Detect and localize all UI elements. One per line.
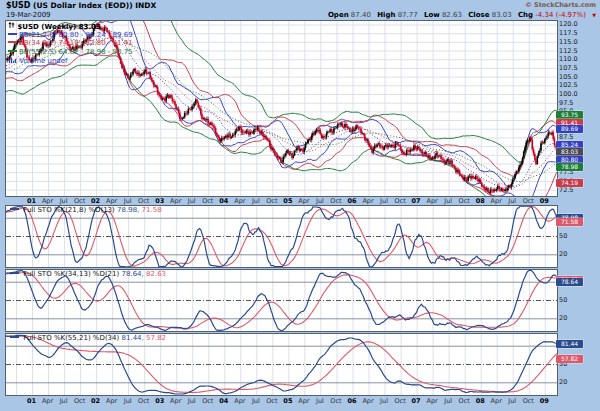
x-axis-year-label: 03 (155, 397, 164, 405)
x-axis-year-label: 08 (476, 197, 485, 205)
price-legend-row: $USD (Weekly) 83.03 (8, 21, 133, 31)
x-axis-month-label: Apr (426, 197, 437, 205)
x-axis-month-label: Oct (202, 397, 213, 405)
stochastic-3-legend: Full STO %K(55,21) %D(34) 81.44, 57.82 (10, 334, 166, 342)
x-axis-month-label: Apr (106, 197, 117, 205)
chg-label: Chg (518, 11, 533, 19)
stochastic-panel-3 (5, 333, 558, 396)
x-axis-year-label: 04 (219, 197, 228, 205)
stochastic-panel-3-canvas (6, 334, 557, 395)
high-label: High (377, 11, 395, 19)
sto2-line-swatch (10, 272, 19, 274)
stockcharts-usd-weekly-chart: $USD (US Dollar Index (EOD)) INDX © Stoc… (0, 0, 600, 411)
x-axis-month-label: Oct (266, 397, 277, 405)
x-axis-month-label: Jul (124, 397, 132, 405)
quote-bar: 19-Mar-2009 Open 87.40 High 87.77 Low 82… (6, 11, 596, 19)
stochastic-panel-2 (5, 269, 558, 332)
panel-y-tick: 50 (559, 296, 567, 304)
y-axis-tick: 100.0 (559, 90, 578, 98)
x-axis-month-label: Oct (394, 397, 405, 405)
sto3-legend-text: Full STO %K(55,21) %D(34) (23, 334, 119, 342)
x-axis-month-label: Apr (170, 397, 181, 405)
stochastic-panel-2-canvas (6, 270, 557, 331)
y-axis-tick: 110.0 (559, 55, 578, 63)
x-axis-month-label: Oct (74, 397, 85, 405)
x-axis-month-label: Jul (316, 397, 324, 405)
y-axis-tick: 115.0 (559, 38, 578, 46)
x-axis-year-label: 05 (283, 197, 292, 205)
x-axis-month-label: Jul (60, 197, 68, 205)
y-axis-tick: 97.5 (559, 99, 573, 107)
x-axis-month-label: Apr (426, 397, 437, 405)
bb34-legend-row: BB(34,2.1) 74.19 - 82.80 - 91.41 (8, 39, 133, 47)
low-label: Low (424, 11, 440, 19)
x-axis-year-label: 08 (476, 397, 485, 405)
x-axis-month-label: Apr (298, 197, 309, 205)
x-axis-year-label: 06 (347, 397, 356, 405)
x-axis-month-label: Oct (394, 197, 405, 205)
x-axis-month-label: Jul (188, 397, 196, 405)
sto2-d-value: 82.63 (146, 270, 166, 278)
price-legend-text: $USD (Weekly) 83.03 (17, 23, 100, 31)
price-badge: 89.69 (556, 125, 583, 133)
x-axis-year-label: 06 (347, 197, 356, 205)
x-axis-month-label: Apr (362, 397, 373, 405)
x-axis-month-label: Oct (459, 197, 470, 205)
ohlc-quote: Open 87.40 High 87.77 Low 82.63 Close 83… (328, 11, 596, 19)
candlestick-icon (8, 21, 15, 29)
bb55-legend-row: BB(55,2.5) 64.82 - 78.98 - 93.75 (8, 48, 133, 56)
symbol-description: (US Dollar Index (EOD)) INDX (33, 1, 156, 10)
open-value: 87.40 (351, 11, 371, 19)
x-axis-month-label: Jul (380, 197, 388, 205)
x-axis-month-label: Apr (42, 197, 53, 205)
price-badge: 78.98 (556, 163, 583, 171)
x-axis-month-label: Oct (202, 197, 213, 205)
bb21-line-swatch (8, 33, 17, 35)
x-axis-month-label: Jul (444, 197, 452, 205)
volume-bars-icon (8, 56, 17, 63)
high-value: 87.77 (398, 11, 418, 19)
sto2-k-value: 78.64, (122, 270, 144, 278)
x-axis-month-label: Jul (316, 197, 324, 205)
x-axis-year-label: 07 (412, 197, 421, 205)
chart-date: 19-Mar-2009 (6, 11, 51, 19)
price-badge: 93.75 (556, 111, 583, 119)
x-axis-month-label: Jul (60, 397, 68, 405)
bb55-legend-text: BB(55,2.5) 64.82 - 78.98 - 93.75 (19, 48, 133, 56)
x-axis-month-label: Oct (266, 197, 277, 205)
y-axis-tick: 107.5 (559, 64, 578, 72)
sto1-k-value: 78.98, (117, 206, 139, 214)
sto2-legend-text: Full STO %K(34,13) %D(21) (23, 270, 119, 278)
sto3-d-value: 57.82 (146, 334, 166, 342)
x-axis-top: 01AprJulOct02AprJulOct03AprJulOct04AprJu… (0, 197, 600, 207)
x-axis-month-label: Oct (138, 397, 149, 405)
y-axis-tick: 105.0 (559, 73, 578, 81)
stochastic-badge: 57.82 (556, 355, 583, 363)
sto3-k-value: 81.44, (122, 334, 144, 342)
y-axis-tick: 112.5 (559, 47, 578, 55)
x-axis-month-label: Apr (234, 197, 245, 205)
x-axis-month-label: Apr (234, 397, 245, 405)
chg-value: -4.34 (-4.97%) (535, 11, 586, 19)
sto1-line-swatch (10, 208, 19, 210)
x-axis-month-label: Apr (106, 397, 117, 405)
x-axis-year-label: 02 (91, 197, 100, 205)
x-axis-month-label: Apr (42, 397, 53, 405)
stochastic-badge: 71.58 (556, 218, 583, 226)
x-axis-month-label: Jul (124, 197, 132, 205)
sto3-line-swatch (10, 336, 19, 338)
x-axis-month-label: Oct (459, 397, 470, 405)
chg-down-arrow-icon: ▼ (592, 12, 596, 18)
x-axis-year-label: 05 (283, 397, 292, 405)
copyright: © StockCharts.com (525, 1, 596, 10)
x-axis-month-label: Oct (523, 397, 534, 405)
x-axis-month-label: Jul (508, 397, 516, 405)
x-axis-month-label: Apr (170, 197, 181, 205)
close-value: 83.03 (492, 11, 512, 19)
bb21-legend-row: BB(21,2.0) 80.80 - 85.24 - 89.69 (8, 31, 133, 39)
x-axis-month-label: Jul (380, 397, 388, 405)
volume-legend-row: Volume undef (8, 56, 133, 65)
panel-y-tick: 50 (559, 232, 567, 240)
y-axis-tick: 102.5 (559, 81, 578, 89)
bb34-legend-text: BB(34,2.1) 74.19 - 82.80 - 91.41 (19, 39, 133, 47)
